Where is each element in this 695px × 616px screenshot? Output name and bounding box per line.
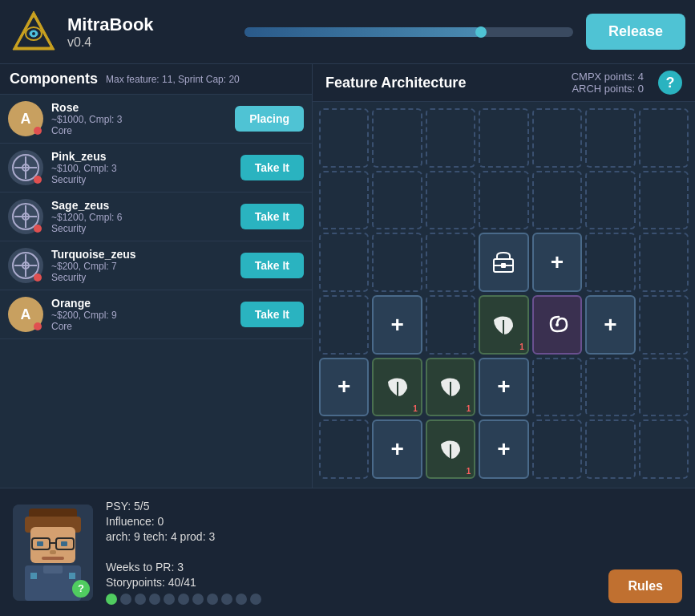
svg-rect-32 — [37, 541, 43, 546]
grid-cell-r4c3[interactable] — [426, 295, 475, 355]
grid-cell-r5c3[interactable]: 1 — [426, 358, 475, 417]
grid-cell-r3c5[interactable]: + — [532, 233, 582, 292]
progress-dot-5 — [178, 594, 189, 605]
grid-cell-r2c5[interactable] — [532, 171, 582, 230]
grid-cell-r2c7[interactable] — [639, 171, 689, 230]
architecture-header: Feature Architecture CMPX points: 4 ARCH… — [313, 64, 695, 102]
arch-points: CMPX points: 4 ARCH points: 0 — [572, 71, 644, 95]
component-btn-pink_zeus[interactable]: Take It — [240, 155, 304, 180]
grid-cell-r6c5[interactable] — [532, 419, 582, 479]
grid-cell-r3c7[interactable] — [639, 233, 689, 292]
grid-cell-r3c1[interactable] — [319, 233, 369, 292]
grid-cell-r2c1[interactable] — [319, 171, 369, 230]
grid-cell-r6c3[interactable]: 1 — [426, 419, 475, 479]
grid-cell-r4c7[interactable] — [639, 295, 689, 355]
component-type-rose: Core — [51, 125, 235, 136]
cmpx-points: CMPX points: 4 — [572, 71, 644, 83]
component-price-turquoise_zeus: ~$200, Cmpl: 7 — [51, 261, 240, 272]
component-name-sage_zeus: Sage_zeus — [51, 199, 240, 212]
grid-cell-r4c1[interactable] — [319, 295, 369, 355]
grid-cell-r4c6[interactable]: + — [585, 295, 635, 355]
progress-dot-9 — [236, 594, 247, 605]
grid-cell-r2c4[interactable] — [479, 171, 528, 230]
progress-bar — [244, 27, 573, 37]
component-btn-sage_zeus[interactable]: Take It — [240, 204, 304, 229]
grid-cell-r4c5[interactable] — [532, 295, 582, 355]
component-avatar-rose: A — [8, 101, 43, 136]
grid-cell-r3c3[interactable] — [426, 233, 475, 292]
grid-cell-r4c4[interactable]: 1 — [479, 295, 528, 355]
grid-cell-r1c3[interactable] — [426, 108, 475, 168]
grid-cell-r5c2[interactable]: 1 — [372, 358, 422, 417]
component-price-orange: ~$200, Cmpl: 9 — [51, 310, 240, 321]
grid-cell-r6c1[interactable] — [319, 419, 369, 479]
component-avatar-pink_zeus — [8, 150, 43, 185]
psy-stat: PSY: 5/5 — [106, 500, 608, 513]
component-name-orange: Orange — [51, 297, 240, 310]
components-panel: Components Max feature: 11, Sprint Cap: … — [0, 64, 313, 488]
progress-dot-10 — [250, 594, 261, 605]
grid-cell-r3c4[interactable] — [479, 233, 528, 292]
grid-cell-r6c4[interactable]: + — [479, 419, 528, 479]
grid-cell-r5c6[interactable] — [585, 358, 635, 417]
grid-cell-r4c2[interactable]: + — [372, 295, 422, 355]
component-btn-turquoise_zeus[interactable]: Take It — [240, 253, 304, 278]
grid-cell-r1c4[interactable] — [479, 108, 528, 168]
grid-cell-r6c2[interactable]: + — [372, 419, 422, 479]
grid-cell-r1c5[interactable] — [532, 108, 582, 168]
svg-rect-38 — [30, 573, 37, 579]
grid-cell-r5c5[interactable] — [532, 358, 582, 417]
player-avatar: ? — [13, 505, 93, 601]
component-type-orange: Core — [51, 321, 240, 332]
svg-rect-35 — [42, 557, 64, 560]
components-header: Components Max feature: 11, Sprint Cap: … — [0, 64, 312, 95]
grid-cell-r1c6[interactable] — [585, 108, 635, 168]
help-button[interactable]: ? — [658, 71, 682, 95]
grid-cell-r1c2[interactable] — [372, 108, 422, 168]
weeks-to-pr: Weeks to PR: 3 — [106, 561, 608, 573]
main-content: Components Max feature: 11, Sprint Cap: … — [0, 64, 695, 488]
grid-cell-r5c1[interactable]: + — [319, 358, 369, 417]
component-type-turquoise_zeus: Security — [51, 272, 240, 283]
grid-cell-r2c3[interactable] — [426, 171, 475, 230]
app-version: v0.4 — [67, 35, 232, 50]
app-name: MitraBook — [67, 14, 232, 35]
component-name-pink_zeus: Pink_zeus — [51, 150, 240, 163]
grid-cell-r6c7[interactable] — [639, 419, 689, 479]
storypoints: Storypoints: 40/41 — [106, 576, 608, 589]
progress-dot-7 — [207, 594, 218, 605]
progress-dot-2 — [135, 594, 146, 605]
grid-cell-r6c6[interactable] — [585, 419, 635, 479]
grid-cell-r2c2[interactable] — [372, 171, 422, 230]
grid-cell-r3c2[interactable] — [372, 233, 422, 292]
grid-cell-r1c1[interactable] — [319, 108, 369, 168]
component-type-sage_zeus: Security — [51, 223, 240, 234]
app-title: MitraBook v0.4 — [67, 14, 232, 50]
progress-dot-6 — [192, 594, 204, 605]
component-price-sage_zeus: ~$1200, Cmpl: 6 — [51, 212, 240, 223]
component-item-sage_zeus: Sage_zeus ~$1200, Cmpl: 6 Security Take … — [0, 192, 312, 241]
component-price-rose: ~$1000, Cmpl: 3 — [51, 114, 235, 125]
component-info-orange: Orange ~$200, Cmpl: 9 Core — [51, 297, 240, 332]
progress-dot-1 — [120, 594, 131, 605]
grid-cell-r2c6[interactable] — [585, 171, 635, 230]
grid-cell-r3c6[interactable] — [585, 233, 635, 292]
progress-bar-fill — [244, 27, 481, 37]
progress-dot-8 — [221, 594, 232, 605]
rules-button[interactable]: Rules — [608, 569, 682, 603]
component-avatar-turquoise_zeus — [8, 248, 43, 283]
grid-cell-r5c4[interactable]: + — [479, 358, 528, 417]
components-meta: Max feature: 11, Sprint Cap: 20 — [106, 74, 240, 85]
component-info-turquoise_zeus: Turquoise_zeus ~$200, Cmpl: 7 Security — [51, 248, 240, 283]
architecture-panel: Feature Architecture CMPX points: 4 ARCH… — [313, 64, 695, 488]
grid-cell-r1c7[interactable] — [639, 108, 689, 168]
progress-dots — [106, 594, 608, 605]
logo — [10, 8, 58, 56]
release-button[interactable]: Release — [586, 14, 685, 50]
question-badge[interactable]: ? — [72, 580, 90, 598]
bottom-panel: ? PSY: 5/5 Influence: 0 arch: 9 tech: 4 … — [0, 488, 695, 616]
component-btn-orange[interactable]: Take It — [240, 302, 304, 327]
component-btn-rose[interactable]: Placing — [235, 106, 304, 132]
component-item-rose: A Rose ~$1000, Cmpl: 3 Core Placing — [0, 95, 312, 144]
grid-cell-r5c7[interactable] — [639, 358, 689, 417]
